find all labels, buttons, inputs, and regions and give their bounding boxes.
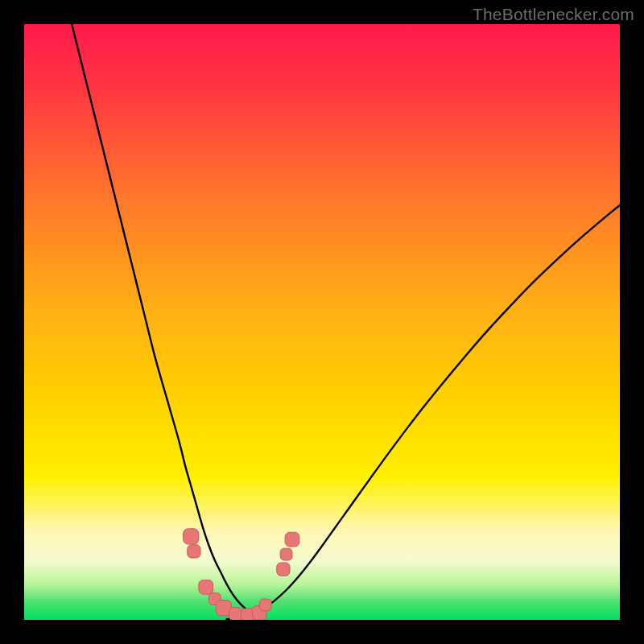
data-marker <box>188 545 200 558</box>
data-marker <box>199 580 213 594</box>
data-marker <box>259 599 271 611</box>
data-marker <box>285 532 299 547</box>
bottleneck-chart <box>24 24 620 620</box>
data-marker <box>280 548 292 560</box>
data-marker <box>229 607 242 620</box>
data-marker <box>277 563 290 576</box>
gradient-background <box>24 24 620 620</box>
outer-black-frame: TheBottlenecker.com <box>0 0 644 644</box>
data-marker <box>184 529 199 544</box>
watermark-text: TheBottlenecker.com <box>473 5 634 24</box>
